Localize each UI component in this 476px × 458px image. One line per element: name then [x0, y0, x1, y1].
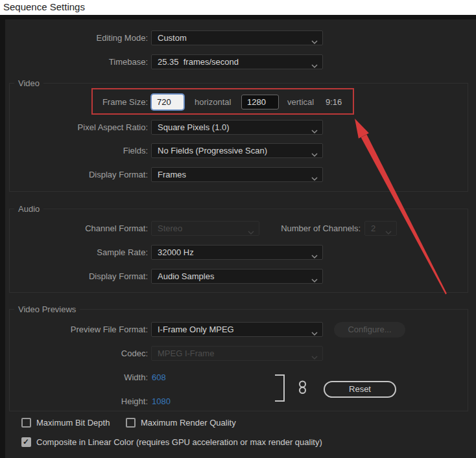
height-value[interactable]: 1080: [152, 394, 171, 409]
fields-label: Fields:: [5, 143, 148, 158]
audio-display-format-select[interactable]: Audio Samples: [151, 269, 323, 284]
maximum-bit-depth-label: Maximum Bit Depth: [36, 418, 110, 428]
video-section-label: Video: [14, 78, 43, 88]
width-value[interactable]: 608: [152, 370, 166, 385]
number-of-channels-label: Number of Channels:: [218, 221, 361, 236]
video-display-format-value: Frames: [158, 168, 186, 181]
maximum-bit-depth-checkbox[interactable]: ✓: [21, 418, 31, 428]
preview-file-format-value: I-Frame Only MPEG: [158, 323, 234, 336]
preview-file-format-select[interactable]: I-Frame Only MPEG: [151, 322, 323, 337]
chevron-down-icon: [311, 125, 318, 130]
audio-display-format-label: Display Format:: [5, 269, 148, 284]
preview-file-format-label: Preview File Format:: [5, 322, 148, 337]
chevron-down-icon: [311, 172, 318, 177]
chevron-down-icon: [311, 327, 318, 332]
video-display-format-label: Display Format:: [5, 167, 148, 182]
video-previews-section-label: Video Previews: [14, 304, 80, 314]
audio-section-label: Audio: [14, 204, 43, 214]
editing-mode-value: Custom: [158, 31, 187, 45]
video-display-format-select[interactable]: Frames: [151, 167, 323, 182]
width-label: Width:: [5, 370, 148, 385]
chevron-down-icon: [311, 250, 318, 255]
codec-label: Codec:: [5, 346, 148, 361]
maximum-render-quality-checkbox[interactable]: ✓: [126, 418, 136, 428]
dimension-bracket: [275, 374, 285, 402]
maximum-render-quality-label: Maximum Render Quality: [141, 418, 236, 428]
vertical-label: vertical: [287, 95, 314, 109]
pixel-aspect-ratio-label: Pixel Aspect Ratio:: [5, 120, 148, 135]
frame-size-horizontal-input[interactable]: 720: [152, 95, 184, 109]
chevron-down-icon: [311, 351, 318, 356]
pixel-aspect-ratio-select[interactable]: Square Pixels (1.0): [151, 120, 323, 135]
reset-button[interactable]: Reset: [324, 381, 396, 398]
frame-size-vertical-input[interactable]: 1280: [241, 95, 279, 109]
sequence-settings-dialog: Sequence Settings Editing Mode: Custom T…: [0, 0, 476, 458]
audio-display-format-value: Audio Samples: [158, 269, 214, 283]
fields-select[interactable]: No Fields (Progressive Scan): [151, 143, 323, 158]
chevron-down-icon: [311, 60, 318, 64]
chevron-down-icon: [311, 36, 318, 40]
horizontal-label: horizontal: [195, 95, 231, 109]
timebase-label: Timebase:: [5, 54, 148, 69]
chevron-down-icon: [385, 226, 392, 231]
sample-rate-label: Sample Rate:: [5, 245, 148, 260]
check-icon: ✓: [23, 438, 30, 446]
codec-select: MPEG I-Frame: [151, 346, 323, 361]
frame-size-label: Frame Size:: [5, 95, 148, 109]
codec-value: MPEG I-Frame: [158, 347, 214, 360]
link-icon[interactable]: [297, 380, 308, 398]
number-of-channels-value: 2: [371, 222, 375, 235]
fields-value: No Fields (Progressive Scan): [158, 144, 267, 157]
sample-rate-value: 32000 Hz: [158, 246, 194, 259]
channel-format-value: Stereo: [158, 222, 182, 235]
composite-linear-color-checkbox[interactable]: ✓: [21, 437, 31, 447]
aspect-ratio-value: 9:16: [326, 95, 342, 109]
timebase-value: 25.35 frames/second: [158, 55, 239, 69]
configure-button: Configure...: [334, 322, 405, 338]
editing-mode-label: Editing Mode:: [5, 30, 148, 45]
timebase-select[interactable]: 25.35 frames/second: [151, 54, 323, 69]
number-of-channels-select: 2: [364, 221, 397, 236]
height-label: Height:: [5, 394, 148, 409]
chevron-down-icon: [311, 148, 318, 153]
pixel-aspect-ratio-value: Square Pixels (1.0): [158, 120, 230, 134]
dialog-title: Sequence Settings: [3, 1, 85, 12]
composite-linear-color-label: Composite in Linear Color (requires GPU …: [36, 437, 322, 448]
editing-mode-select[interactable]: Custom: [151, 30, 323, 45]
chevron-down-icon: [311, 274, 318, 279]
sample-rate-select[interactable]: 32000 Hz: [151, 245, 323, 260]
channel-format-label: Channel Format:: [5, 221, 148, 236]
